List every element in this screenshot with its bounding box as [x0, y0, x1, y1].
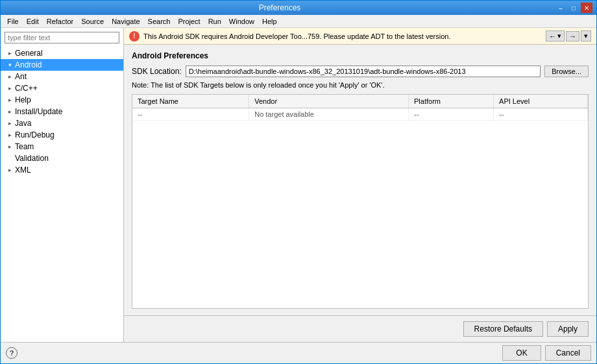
- sidebar-item-general[interactable]: General: [1, 47, 123, 59]
- sidebar: General Android Ant C/C++ Help: [1, 28, 124, 342]
- tree-area: General Android Ant C/C++ Help: [1, 46, 123, 342]
- sidebar-item-label: C/C++: [15, 84, 38, 93]
- more-icon: ▾: [584, 32, 588, 40]
- sidebar-item-xml[interactable]: XML: [1, 164, 123, 176]
- sidebar-item-team[interactable]: Team: [1, 141, 123, 152]
- warning-actions: ← ▾ → ▾: [546, 30, 591, 42]
- cancel-button[interactable]: Cancel: [545, 345, 591, 361]
- apply-button[interactable]: Apply: [547, 321, 589, 337]
- sidebar-item-label: General: [15, 49, 43, 58]
- col-platform: Platform: [409, 95, 494, 108]
- menu-search[interactable]: Search: [144, 16, 175, 27]
- warning-more-button[interactable]: ▾: [581, 30, 591, 42]
- arrow-icon: [6, 154, 14, 162]
- sidebar-item-run-debug[interactable]: Run/Debug: [1, 129, 123, 141]
- sidebar-item-label: Install/Update: [15, 107, 62, 116]
- note-text: Note: The list of SDK Targets below is o…: [132, 81, 589, 89]
- sidebar-item-label: XML: [15, 165, 31, 175]
- preferences-window: Preferences – □ ✕ File Edit Refactor Sou…: [0, 0, 597, 364]
- back-dropdown-icon: ▾: [557, 32, 561, 40]
- menu-project[interactable]: Project: [174, 16, 204, 27]
- col-api-level: API Level: [494, 95, 588, 108]
- menu-refactor[interactable]: Refactor: [43, 16, 78, 27]
- sidebar-item-label: Run/Debug: [15, 130, 55, 140]
- bottom-bar: Restore Defaults Apply: [124, 315, 596, 342]
- sdk-targets-table-container: Target Name Vendor Platform API Level --…: [132, 94, 589, 309]
- arrow-icon: [6, 49, 14, 57]
- cell-api-level: --: [494, 108, 588, 121]
- menu-edit[interactable]: Edit: [23, 16, 43, 27]
- arrow-icon: [6, 108, 14, 115]
- restore-defaults-button[interactable]: Restore Defaults: [463, 321, 543, 337]
- menu-window[interactable]: Window: [225, 16, 258, 27]
- help-icon[interactable]: ?: [6, 347, 18, 359]
- cell-vendor: No target available: [249, 108, 409, 121]
- right-panel: ! This Android SDK requires Android Deve…: [124, 28, 596, 342]
- maximize-button[interactable]: □: [568, 3, 579, 13]
- sdk-label: SDK Location:: [132, 67, 182, 76]
- sidebar-item-help[interactable]: Help: [1, 94, 123, 106]
- warning-icon: !: [129, 31, 140, 42]
- sidebar-item-ant[interactable]: Ant: [1, 71, 123, 82]
- sdk-location-row: SDK Location: Browse...: [132, 66, 589, 77]
- warning-message: This Android SDK requires Android Develo…: [143, 32, 542, 40]
- sidebar-item-label: Ant: [15, 72, 27, 81]
- warning-bar: ! This Android SDK requires Android Deve…: [124, 28, 596, 45]
- window-title: Preferences: [5, 3, 555, 12]
- cell-platform: --: [409, 108, 494, 121]
- filter-input[interactable]: [5, 32, 119, 43]
- title-bar: Preferences – □ ✕: [1, 1, 596, 15]
- sidebar-item-install-update[interactable]: Install/Update: [1, 106, 123, 117]
- cell-target-name: --: [132, 108, 249, 121]
- footer-actions: OK Cancel: [502, 345, 591, 361]
- content-area: Android Preferences SDK Location: Browse…: [124, 45, 596, 315]
- menu-bar: File Edit Refactor Source Navigate Searc…: [1, 15, 596, 28]
- table-header-row: Target Name Vendor Platform API Level: [132, 95, 588, 108]
- arrow-icon: [6, 166, 14, 174]
- menu-run[interactable]: Run: [204, 16, 225, 27]
- back-icon: ←: [549, 32, 556, 40]
- sdk-targets-table: Target Name Vendor Platform API Level --…: [132, 95, 588, 121]
- menu-file[interactable]: File: [3, 16, 23, 27]
- close-button[interactable]: ✕: [581, 3, 592, 13]
- col-vendor: Vendor: [249, 95, 409, 108]
- warning-back-button[interactable]: ← ▾: [546, 30, 565, 42]
- warning-forward-button[interactable]: →: [566, 31, 579, 42]
- sdk-location-input[interactable]: [186, 66, 541, 77]
- arrow-icon: [6, 84, 14, 92]
- menu-source[interactable]: Source: [77, 16, 108, 27]
- sidebar-item-label: Team: [15, 142, 34, 151]
- section-title: Android Preferences: [132, 51, 589, 60]
- arrow-icon: [6, 119, 14, 127]
- browse-button[interactable]: Browse...: [544, 66, 589, 77]
- sidebar-item-label: Help: [15, 95, 31, 104]
- sidebar-item-label: Android: [15, 60, 42, 69]
- sidebar-item-label: Validation: [15, 154, 49, 163]
- arrow-icon: [6, 96, 14, 104]
- menu-navigate[interactable]: Navigate: [108, 16, 143, 27]
- ok-button[interactable]: OK: [502, 345, 541, 361]
- forward-icon: →: [569, 32, 576, 40]
- sidebar-item-java[interactable]: Java: [1, 117, 123, 129]
- minimize-button[interactable]: –: [555, 3, 567, 13]
- sidebar-item-label: Java: [15, 119, 31, 128]
- arrow-icon: [6, 131, 14, 139]
- sidebar-item-cpp[interactable]: C/C++: [1, 82, 123, 94]
- sidebar-item-android[interactable]: Android: [1, 59, 123, 71]
- sidebar-item-validation[interactable]: Validation: [1, 152, 123, 164]
- arrow-icon: [6, 143, 14, 151]
- arrow-icon: [6, 73, 14, 80]
- arrow-icon: [6, 61, 14, 69]
- title-controls: – □ ✕: [555, 3, 592, 13]
- col-target-name: Target Name: [132, 95, 249, 108]
- menu-help[interactable]: Help: [258, 16, 281, 27]
- footer: ? OK Cancel: [1, 342, 596, 363]
- table-row: -- No target available -- --: [132, 108, 588, 121]
- main-content: General Android Ant C/C++ Help: [1, 28, 596, 342]
